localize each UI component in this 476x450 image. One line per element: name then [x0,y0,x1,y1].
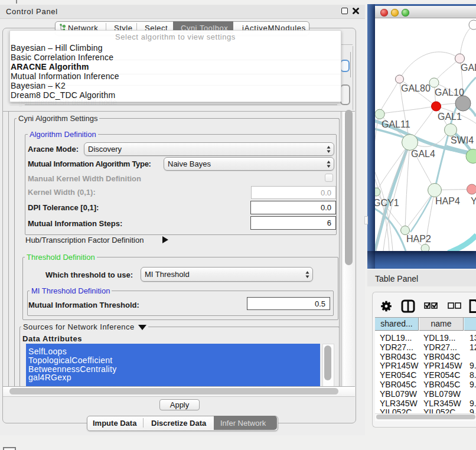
svg-text:GAL80: GAL80 [401,83,431,93]
svg-text:GAL10: GAL10 [435,87,464,97]
svg-text:HAP2: HAP2 [406,234,431,244]
svg-text:GAL: GAL [461,63,476,73]
svg-text:GAL4: GAL4 [411,149,435,159]
svg-text:Y: Y [471,196,476,206]
svg-text:HAP4: HAP4 [435,196,460,206]
svg-text:GAL1: GAL1 [438,112,462,122]
svg-text:GCY1: GCY1 [375,198,399,208]
svg-text:SWI4: SWI4 [451,135,474,145]
svg-text:GAL11: GAL11 [382,119,410,129]
